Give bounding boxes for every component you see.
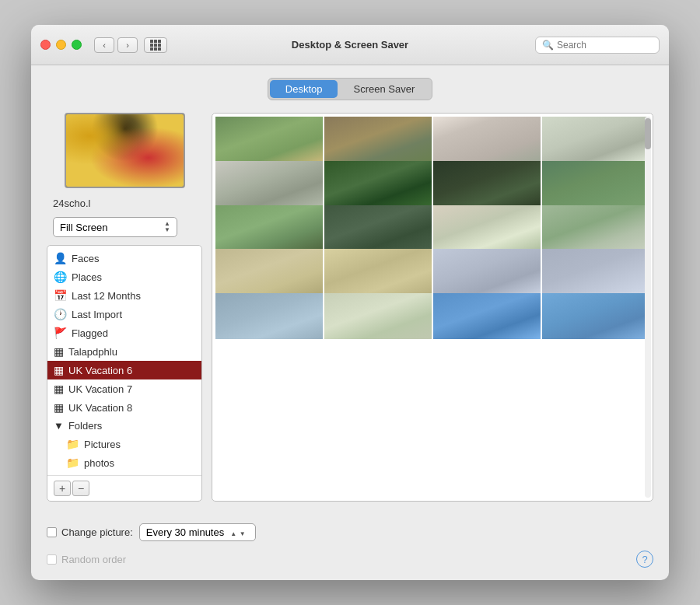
sidebar-item-pictures[interactable]: 📁 Pictures xyxy=(47,435,201,453)
flag-icon: 🚩 xyxy=(54,327,67,339)
sidebar-item-places[interactable]: 🌐 Places xyxy=(47,268,201,286)
tab-desktop[interactable]: Desktop xyxy=(270,80,338,98)
add-button[interactable]: + xyxy=(54,481,71,496)
sidebar-label-ukvacation6: UK Vacation 6 xyxy=(68,365,132,376)
folders-label: Folders xyxy=(68,420,102,432)
sidebar-label-talapdphlu: Talapdphlu xyxy=(68,346,117,358)
sidebar-item-flagged[interactable]: 🚩 Flagged xyxy=(47,323,201,342)
sidebar-label-pictures: Pictures xyxy=(84,439,121,450)
interval-stepper[interactable]: ▲ ▼ xyxy=(230,526,245,538)
search-icon: 🔍 xyxy=(542,40,554,51)
sidebar-item-lastimport[interactable]: 🕐 Last Import xyxy=(47,305,201,323)
maximize-button[interactable] xyxy=(72,40,82,50)
sidebar-item-talapdphlu[interactable]: ▦ Talapdphlu xyxy=(47,342,201,361)
interval-select[interactable]: Every 30 minutes ▲ ▼ xyxy=(139,523,256,541)
scrollbar-thumb[interactable] xyxy=(645,118,651,149)
sidebar-item-folders: ▼ Folders xyxy=(47,417,201,435)
photo-cell-19[interactable] xyxy=(433,293,541,339)
traffic-lights xyxy=(40,40,82,50)
close-button[interactable] xyxy=(40,40,51,50)
album-icon-talapdphlu: ▦ xyxy=(54,345,64,358)
calendar-icon: 📅 xyxy=(54,289,67,302)
random-order-label: Random order xyxy=(61,554,126,565)
photo-cell-20[interactable] xyxy=(542,293,649,339)
minimize-button[interactable] xyxy=(56,40,66,50)
remove-button[interactable]: − xyxy=(72,481,89,496)
places-icon: 🌐 xyxy=(54,271,67,283)
sidebar-label-ukvacation8: UK Vacation 8 xyxy=(68,402,132,414)
sidebar-item-ukvacation8[interactable]: ▦ UK Vacation 8 xyxy=(47,398,201,417)
sidebar-label-lastimport: Last Import xyxy=(72,309,122,320)
tab-bar: Desktop Screen Saver xyxy=(47,78,653,100)
faces-icon: 👤 xyxy=(54,252,67,264)
bottom-controls: Change picture: Every 30 minutes ▲ ▼ xyxy=(31,514,669,551)
preview-image xyxy=(66,114,184,187)
photo-grid-panel xyxy=(212,113,653,502)
app-grid-button[interactable] xyxy=(144,37,167,53)
fill-mode-value: Fill Screen xyxy=(60,222,107,233)
change-picture-row: Change picture: Every 30 minutes ▲ ▼ xyxy=(47,523,653,541)
nav-buttons: ‹ › xyxy=(94,37,138,53)
random-order-checkbox[interactable] xyxy=(47,554,57,565)
album-icon-ukvacation8: ▦ xyxy=(54,401,64,414)
sidebar-label-places: Places xyxy=(72,271,102,283)
search-input[interactable] xyxy=(557,40,653,51)
sidebar-item-photos[interactable]: 📁 photos xyxy=(47,453,201,472)
sidebar-item-ukvacation7[interactable]: ▦ UK Vacation 7 xyxy=(47,379,201,398)
titlebar: ‹ › Desktop & Screen Saver 🔍 xyxy=(31,25,669,65)
interval-up-arrow: ▲ xyxy=(230,530,236,537)
sidebar-item-last12months[interactable]: 📅 Last 12 Months xyxy=(47,286,201,305)
main-window: ‹ › Desktop & Screen Saver 🔍 Desktop Scr… xyxy=(31,25,669,580)
filename-label: 24scho.l xyxy=(53,198,202,209)
window-title: Desktop & Screen Saver xyxy=(292,39,408,51)
sidebar-list: 👤 Faces 🌐 Places 📅 Last 12 Months � xyxy=(47,246,201,475)
search-box[interactable]: 🔍 xyxy=(535,37,660,54)
sidebar-label-last12months: Last 12 Months xyxy=(72,290,141,302)
forward-button[interactable]: › xyxy=(117,37,138,53)
back-button[interactable]: ‹ xyxy=(94,37,114,53)
tab-group: Desktop Screen Saver xyxy=(268,78,432,100)
sidebar: 👤 Faces 🌐 Places 📅 Last 12 Months � xyxy=(47,245,202,502)
scrollbar[interactable] xyxy=(645,117,651,498)
left-panel: 24scho.l Fill Screen ▲ ▼ 👤 Faces xyxy=(47,113,202,502)
interval-value: Every 30 minutes xyxy=(146,526,224,538)
album-icon-ukvacation7: ▦ xyxy=(54,383,64,395)
sidebar-label-photos: photos xyxy=(84,457,114,469)
content-area: Desktop Screen Saver 24scho.l Fill Scree… xyxy=(31,65,669,514)
interval-down-arrow: ▼ xyxy=(240,530,246,537)
folder-icon-photos: 📁 xyxy=(66,456,79,469)
help-button[interactable]: ? xyxy=(636,551,653,568)
sidebar-label-ukvacation7: UK Vacation 7 xyxy=(68,383,132,395)
sidebar-label-faces: Faces xyxy=(72,253,99,264)
bottom-section: Random order ? xyxy=(31,551,669,580)
tab-screensaver[interactable]: Screen Saver xyxy=(338,80,430,98)
photo-cell-18[interactable] xyxy=(324,293,432,339)
change-picture-label: Change picture: xyxy=(61,526,133,538)
photo-grid xyxy=(212,114,653,339)
sidebar-label-flagged: Flagged xyxy=(72,327,108,339)
fill-stepper[interactable]: ▲ ▼ xyxy=(164,221,170,233)
photo-cell-17[interactable] xyxy=(215,293,323,339)
change-picture-checkbox[interactable] xyxy=(47,527,57,537)
change-picture-checkbox-label: Change picture: xyxy=(47,526,133,538)
stepper-down: ▼ xyxy=(164,227,170,233)
main-panel: 24scho.l Fill Screen ▲ ▼ 👤 Faces xyxy=(47,113,653,502)
fill-mode-select[interactable]: Fill Screen ▲ ▼ xyxy=(53,217,177,237)
sidebar-item-ukvacation6[interactable]: ▦ UK Vacation 6 xyxy=(47,361,201,379)
folders-triangle: ▼ xyxy=(54,420,64,432)
preview-box xyxy=(65,113,185,188)
random-order-row: Random order xyxy=(47,554,126,565)
sidebar-bottom: + − xyxy=(47,475,201,501)
folder-icon-pictures: 📁 xyxy=(66,438,79,450)
sidebar-item-faces[interactable]: 👤 Faces xyxy=(47,249,201,268)
album-icon-ukvacation6: ▦ xyxy=(54,364,64,376)
clock-icon: 🕐 xyxy=(54,308,67,320)
